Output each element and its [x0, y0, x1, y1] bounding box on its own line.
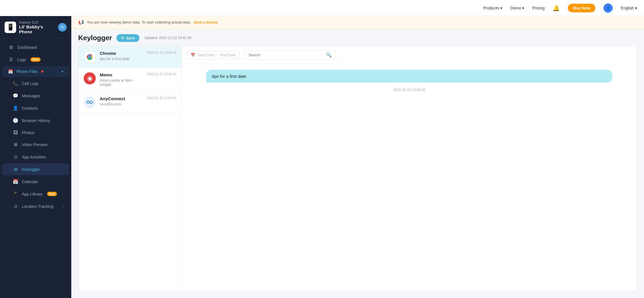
- location-tracking-arrow-icon: ›: [62, 204, 63, 208]
- search-icon: 🔍: [326, 52, 332, 58]
- dashboard-icon: ⊞: [8, 44, 14, 50]
- device-icon: 📱: [5, 22, 16, 33]
- phone-files-chevron-icon: ▾: [62, 69, 63, 73]
- keylogger-icon: ⊞: [13, 167, 18, 172]
- end-date-placeholder: End Date: [220, 53, 236, 57]
- chrome-keylog-info: Chrome tips for a first date: [100, 51, 143, 61]
- page-header: Keylogger ↻ Sync Updated: 2023-11-23 10:…: [71, 29, 644, 46]
- sync-label: Sync: [126, 36, 135, 40]
- chrome-preview: tips for a first date: [100, 57, 143, 61]
- memo-keylog-info: Memo Alisa's party at 6pm tonight.: [100, 72, 143, 87]
- page-title: Keylogger: [78, 34, 112, 42]
- anyconnect-app-logo: [84, 96, 96, 108]
- start-date-placeholder: Start Date: [198, 53, 214, 57]
- sidebar-item-app-activities[interactable]: ⊙ App Activities: [2, 151, 69, 163]
- sidebar-item-calendar[interactable]: 📅 Calendar: [2, 176, 69, 187]
- top-navigation: Products ▾ Demo ▾ Pricing 🔔 Buy Now 👤 En…: [0, 0, 644, 16]
- sync-icon: ↻: [121, 36, 124, 40]
- language-label: English: [621, 6, 634, 10]
- sidebar-browser-history-label: Browser History: [22, 118, 50, 123]
- message-bubble: tips for a first date: [206, 70, 612, 83]
- chrome-app-logo: [84, 51, 96, 63]
- sidebar-contacts-label: Contacts: [22, 106, 38, 111]
- demo-chevron-icon: ▾: [522, 6, 524, 10]
- detail-toolbar: 📅 Start Date - End Date 🔍: [182, 46, 637, 64]
- keylog-detail-panel: 📅 Start Date - End Date 🔍 tips for a fir…: [182, 46, 637, 291]
- device-phone-label: Lil' Bobby's Phone: [19, 24, 55, 34]
- message-text: tips for a first date: [212, 74, 246, 79]
- products-label: Products: [483, 6, 499, 10]
- contacts-icon: 👤: [13, 105, 18, 111]
- date-picker[interactable]: 📅 Start Date - End Date: [187, 51, 239, 59]
- sidebar-video-preview-label: Video Preview: [22, 142, 47, 147]
- sidebar-item-app-library[interactable]: 📱 App Library New: [2, 188, 69, 200]
- sync-button[interactable]: ↻ Sync: [116, 34, 139, 42]
- messages-icon: 💬: [13, 93, 18, 98]
- sidebar-item-keylogger[interactable]: ⊞ Keylogger: [2, 163, 69, 175]
- bind-device-link[interactable]: bind a device.: [194, 20, 218, 24]
- chrome-app-name: Chrome: [100, 51, 143, 56]
- call-logs-icon: 📞: [13, 81, 18, 86]
- sidebar-item-browser-history[interactable]: 🕐 Browser History: [2, 115, 69, 126]
- chrome-timestamp: 2022-01-25 18:30:46: [147, 51, 176, 54]
- sidebar-item-logs[interactable]: ☰ Logs New: [2, 54, 69, 65]
- memo-app-logo: ◉: [84, 72, 96, 84]
- phone-files-dot: [41, 70, 43, 73]
- sidebar-photos-label: Photos: [22, 130, 34, 135]
- user-avatar[interactable]: 👤: [603, 3, 613, 13]
- pricing-nav-link[interactable]: Pricing: [532, 6, 545, 10]
- photos-icon: 🖼: [13, 130, 18, 135]
- date-separator: -: [217, 53, 218, 57]
- sidebar-messages-label: Messages: [22, 94, 40, 98]
- keylog-item-anyconnect[interactable]: AnyConnect vruv@si.com 2022-01-25 12:05:…: [78, 92, 181, 113]
- memo-icon: ◉: [87, 75, 93, 82]
- demo-nav-link[interactable]: Demo ▾: [510, 6, 524, 10]
- device-header: 📱 Galaxy S10 Lil' Bobby's Phone ↻: [0, 16, 71, 38]
- sidebar-item-location-tracking[interactable]: ⊙ Location Tracking ›: [2, 200, 69, 212]
- sidebar-navigation: ⊞ Dashboard ☰ Logs New 📅 Phone Files ▾ 📞…: [0, 38, 71, 298]
- sidebar-item-phone-files[interactable]: 📅 Phone Files ▾: [2, 66, 69, 77]
- anyconnect-preview: vruv@si.com: [100, 102, 143, 106]
- products-chevron-icon: ▾: [500, 6, 502, 10]
- updated-timestamp: Updated: 2023-11-23 10:41:49: [144, 36, 191, 40]
- sidebar-calendar-label: Calendar: [22, 179, 38, 184]
- topnav-links: Products ▾ Demo ▾ Pricing 🔔 Buy Now 👤 En…: [78, 3, 637, 13]
- language-chevron-icon: ▾: [635, 6, 637, 10]
- anyconnect-app-name: AnyConnect: [100, 96, 143, 101]
- calendar-icon: 📅: [191, 53, 195, 57]
- avatar-icon: 👤: [606, 6, 611, 10]
- megaphone-icon: 📢: [78, 20, 84, 25]
- keylog-list: Chrome tips for a first date 2022-01-25 …: [78, 46, 182, 291]
- products-nav-link[interactable]: Products ▾: [483, 6, 502, 10]
- sidebar-location-tracking-label: Location Tracking: [22, 204, 53, 209]
- anyconnect-keylog-info: AnyConnect vruv@si.com: [100, 96, 143, 106]
- app-activities-icon: ⊙: [13, 154, 18, 160]
- message-timestamp: 2022-01-25 18:30:46: [393, 88, 425, 92]
- search-input[interactable]: [248, 53, 324, 57]
- sidebar-item-contacts[interactable]: 👤 Contacts: [2, 102, 69, 114]
- memo-preview: Alisa's party at 6pm tonight.: [100, 78, 143, 87]
- notification-bell-icon[interactable]: 🔔: [553, 5, 560, 11]
- search-box[interactable]: 🔍: [244, 50, 336, 60]
- keylog-item-chrome[interactable]: Chrome tips for a first date 2022-01-25 …: [78, 46, 181, 68]
- detail-content: tips for a first date 2022-01-25 18:30:4…: [182, 64, 637, 291]
- buy-now-button[interactable]: Buy Now: [568, 4, 595, 12]
- demo-label: Demo: [510, 6, 521, 10]
- location-tracking-icon: ⊙: [13, 204, 18, 209]
- language-selector[interactable]: English ▾: [621, 6, 637, 10]
- sidebar-item-dashboard[interactable]: ⊞ Dashboard: [2, 41, 69, 53]
- video-preview-icon: 🖥: [13, 142, 18, 147]
- app-library-icon: 📱: [13, 191, 18, 197]
- device-info: Galaxy S10 Lil' Bobby's Phone: [19, 20, 55, 34]
- sidebar-logs-label: Logs: [17, 57, 26, 62]
- sidebar-item-video-preview[interactable]: 🖥 Video Preview: [2, 139, 69, 150]
- device-sync-icon[interactable]: ↻: [58, 23, 67, 32]
- sidebar-item-call-logs[interactable]: 📞 Call Logs: [2, 78, 69, 89]
- keylog-item-memo[interactable]: ◉ Memo Alisa's party at 6pm tonight. 202…: [78, 68, 181, 92]
- sidebar-item-messages[interactable]: 💬 Messages: [2, 90, 69, 102]
- logs-new-badge: New: [30, 57, 41, 62]
- anyconnect-timestamp: 2022-01-25 12:05:00: [147, 96, 176, 100]
- sidebar-keylogger-label: Keylogger: [22, 167, 40, 172]
- sidebar-item-photos[interactable]: 🖼 Photos: [2, 127, 69, 138]
- demo-banner: 📢 You are now viewing demo data. To star…: [71, 16, 644, 29]
